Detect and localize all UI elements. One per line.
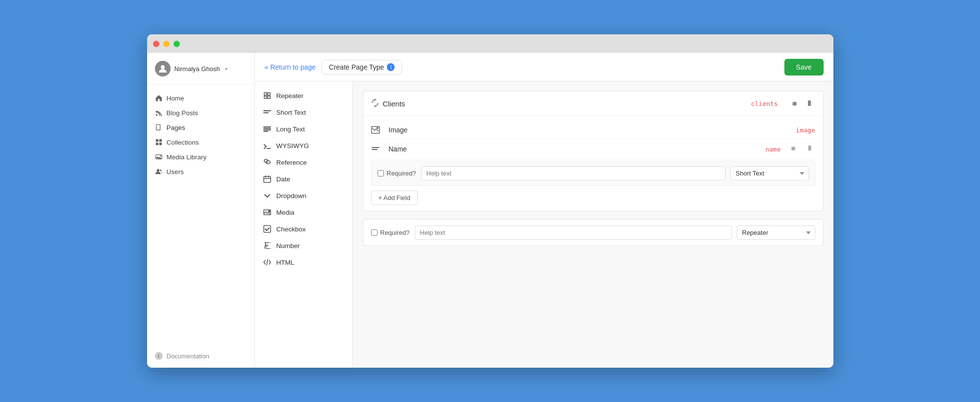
bottom-required-label: Required?	[380, 229, 410, 236]
field-type-dropdown-label: Dropdown	[276, 192, 307, 200]
svg-text:#: #	[265, 244, 268, 249]
field-type-panel: Repeater Short Text Long Text	[255, 81, 353, 368]
repeater-type-icon	[371, 99, 379, 108]
minimize-button[interactable]	[163, 41, 170, 47]
name-required-check[interactable]: Required?	[377, 170, 416, 177]
name-field-label: Name	[389, 145, 760, 153]
field-type-html-label: HTML	[276, 259, 295, 266]
bottom-help-text-input[interactable]	[415, 226, 732, 240]
name-field-icon	[371, 145, 383, 153]
sidebar-label-pages: Pages	[167, 124, 185, 131]
rss-icon	[155, 109, 163, 117]
users-icon	[155, 168, 163, 176]
reference-icon	[263, 158, 272, 166]
titlebar	[147, 34, 833, 53]
bottom-required-check[interactable]: Required?	[371, 229, 410, 236]
name-help-text-input[interactable]	[421, 166, 726, 180]
html-icon	[263, 258, 272, 266]
media-icon	[155, 153, 163, 161]
sidebar-item-users[interactable]: Users	[147, 164, 254, 179]
field-type-date-label: Date	[276, 176, 291, 183]
short-text-icon	[263, 108, 272, 116]
docs-label: Documentation	[167, 352, 209, 360]
top-bar: Return to page Create Page Type i Save	[255, 53, 833, 81]
sidebar-item-collections[interactable]: Collections	[147, 135, 254, 150]
field-type-repeater[interactable]: Repeater	[255, 87, 352, 104]
add-field-button[interactable]: + Add Field	[371, 191, 418, 205]
pages-icon	[155, 124, 163, 131]
svg-point-10	[159, 170, 161, 172]
home-icon	[155, 94, 163, 102]
close-button[interactable]	[153, 41, 159, 47]
sidebar-label-blog-posts: Blog Posts	[167, 109, 199, 117]
field-row-image: Image image	[371, 122, 815, 139]
sidebar-label-users: Users	[167, 168, 184, 176]
field-type-short-text[interactable]: Short Text	[255, 104, 352, 121]
repeater-icon	[263, 92, 272, 100]
name-type-select[interactable]: Short Text Long Text WYSIWYG Reference D…	[730, 166, 809, 180]
breadcrumb: Return to page Create Page Type i	[265, 60, 402, 75]
repeater-settings-button[interactable]	[788, 98, 800, 109]
name-required-checkbox[interactable]	[377, 170, 384, 176]
svg-point-13	[268, 211, 270, 212]
field-type-date[interactable]: Date	[255, 171, 352, 187]
field-type-checkbox[interactable]: Checkbox	[255, 221, 352, 237]
sidebar-item-media-library[interactable]: Media Library	[147, 150, 254, 164]
info-badge-icon[interactable]: i	[387, 63, 395, 71]
media-field-icon	[263, 208, 272, 216]
field-type-number[interactable]: # Number	[255, 237, 352, 254]
name-field-expanded: Required? Short Text Long Text WYSIWYG R…	[371, 161, 815, 186]
svg-rect-2	[156, 125, 160, 130]
fullscreen-button[interactable]	[174, 41, 180, 47]
repeater-block-clients: Clients clients	[363, 91, 824, 211]
content-area: Repeater Short Text Long Text	[255, 81, 833, 368]
return-to-page-link[interactable]: Return to page	[265, 63, 316, 71]
name-field-delete-button[interactable]	[804, 143, 815, 155]
repeater-clients-label: Clients	[383, 100, 747, 108]
editor-area: Clients clients	[353, 81, 833, 368]
svg-point-16	[377, 127, 378, 129]
bottom-type-select[interactable]: Repeater Short Text Long Text WYSIWYG Re…	[737, 226, 815, 240]
name-field-settings-button[interactable]	[787, 143, 798, 155]
sidebar-item-blog-posts[interactable]: Blog Posts	[147, 105, 254, 120]
field-type-html[interactable]: HTML	[255, 254, 352, 271]
bottom-required-checkbox[interactable]	[371, 229, 377, 236]
field-type-wysiwyg-label: WYSIWYG	[276, 142, 309, 150]
field-type-dropdown[interactable]: Dropdown	[255, 187, 352, 204]
save-button[interactable]: Save	[784, 59, 824, 75]
field-type-wysiwyg[interactable]: WYSIWYG	[255, 137, 352, 154]
avatar	[155, 61, 171, 76]
user-section[interactable]: Nirmalya Ghosh ▾	[147, 61, 254, 85]
user-name: Nirmalya Ghosh	[175, 65, 220, 73]
svg-point-8	[160, 155, 161, 157]
repeater-delete-button[interactable]	[804, 98, 815, 109]
sidebar-item-home[interactable]: Home	[147, 91, 254, 105]
field-type-reference[interactable]: Reference	[255, 154, 352, 171]
repeater-header: Clients clients	[363, 92, 823, 116]
collections-icon	[155, 138, 163, 146]
date-icon	[263, 175, 272, 183]
field-type-media-label: Media	[276, 209, 295, 216]
sidebar-item-documentation[interactable]: i Documentation	[147, 352, 254, 360]
sidebar-label-collections: Collections	[167, 139, 199, 146]
field-type-long-text[interactable]: Long Text	[255, 121, 352, 137]
app-body: Nirmalya Ghosh ▾ Home Blog Posts Pages	[147, 53, 833, 368]
field-type-long-text-label: Long Text	[276, 126, 305, 133]
sidebar-item-pages[interactable]: Pages	[147, 120, 254, 135]
sidebar-label-media-library: Media Library	[167, 153, 207, 161]
field-row-name: Name name	[371, 139, 815, 160]
field-type-media[interactable]: Media	[255, 204, 352, 221]
image-field-icon	[371, 126, 383, 134]
dropdown-icon	[263, 192, 272, 200]
svg-point-1	[155, 114, 157, 116]
field-type-checkbox-label: Checkbox	[276, 226, 306, 233]
number-icon: #	[263, 242, 272, 250]
page-title: Create Page Type	[329, 63, 384, 71]
svg-rect-5	[155, 143, 158, 145]
page-title-badge: Create Page Type i	[322, 60, 402, 75]
field-type-short-text-label: Short Text	[276, 109, 306, 116]
svg-rect-11	[264, 176, 271, 182]
user-caret-icon: ▾	[225, 66, 227, 72]
sidebar: Nirmalya Ghosh ▾ Home Blog Posts Pages	[147, 53, 255, 368]
name-field-slug: name	[765, 146, 780, 153]
